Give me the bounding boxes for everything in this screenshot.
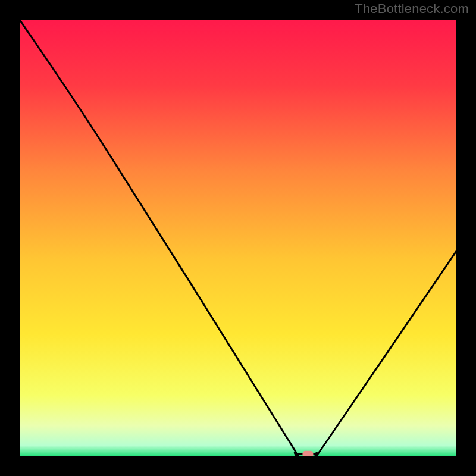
chart-background-gradient — [20, 20, 456, 456]
chart-container: TheBottleneck.com — [0, 0, 476, 476]
optimum-marker — [302, 451, 313, 456]
chart-svg — [20, 20, 456, 456]
chart-plot-area — [20, 20, 456, 456]
watermark-text: TheBottleneck.com — [355, 1, 469, 17]
